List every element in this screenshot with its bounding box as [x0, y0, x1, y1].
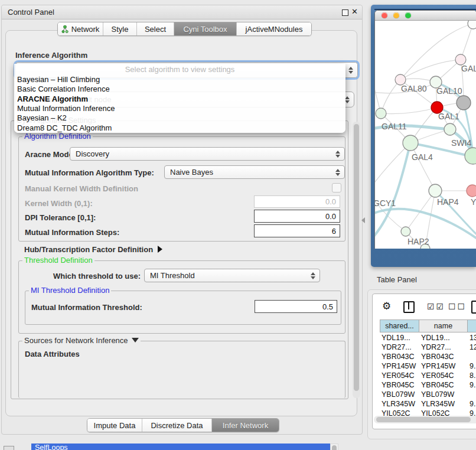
table-row[interactable]: YDL19...YDL19...13 [380, 333, 476, 343]
network-window-titlebar [375, 11, 476, 21]
network-node[interactable] [467, 185, 476, 197]
algorithm-option[interactable]: Bayesian – K2 [17, 113, 336, 123]
manual-kernel-width-checkbox[interactable] [332, 183, 341, 193]
network-frame[interactable]: GALGAL80GAL10GAL1SWI4GAL11GAL4GCY1HAP4YH… [371, 5, 476, 267]
control-panel-window: Control Panel ✕ Inference Algorithm galF… [1, 5, 363, 435]
settings-vertical-scrollbar[interactable] [353, 122, 360, 398]
table-cell: YDL19... [421, 333, 467, 343]
network-node[interactable] [429, 184, 442, 197]
table-cell: 12 [470, 343, 476, 352]
node-label: SWI4 [451, 138, 471, 148]
manual-kernel-width-label: Manual Kernel Width Definition [25, 184, 138, 193]
table-row[interactable]: YBL079WYBL079W [380, 390, 476, 399]
network-node[interactable] [465, 148, 476, 164]
hub-definition-toggle[interactable]: Hub/Transcription Factor Definition [24, 245, 162, 254]
mi-algorithm-type-combo[interactable]: Naive Bayes [164, 165, 345, 179]
mi-threshold-definition-group: MI Threshold Definition Mutual Informati… [25, 291, 341, 325]
table-cell: 8. [470, 371, 476, 380]
algorithm-option[interactable]: Basic Correlation Inference [17, 84, 336, 94]
table-row[interactable]: YLR345WYLR345W9. [380, 399, 476, 409]
table-horizontal-scrollbar[interactable] [374, 416, 476, 423]
tab-jactivemnodules[interactable]: jActiveMNodules [237, 22, 311, 35]
float-window-icon[interactable] [342, 9, 348, 16]
network-window: GALGAL80GAL10GAL1SWI4GAL11GAL4GCY1HAP4YH… [374, 10, 476, 249]
algorithm-option[interactable]: Bayesian – Hill Climbing [17, 75, 336, 84]
table-cell: YBR045C [421, 380, 467, 390]
network-edge [375, 56, 381, 113]
column-header-shared[interactable]: shared... [380, 319, 419, 332]
algorithm-option[interactable]: Mutual Information Inference [17, 104, 336, 113]
tab-infer-network[interactable]: Infer Network [212, 419, 279, 432]
mi-threshold-field[interactable]: 0.5 [255, 300, 337, 313]
network-node[interactable] [401, 227, 410, 236]
tab-impute-data[interactable]: Impute Data [87, 419, 142, 432]
deselect-all-icon[interactable]: ☐☐ [448, 302, 467, 311]
minimize-traffic-light[interactable] [393, 12, 399, 18]
node-label: GCY1 [375, 198, 396, 208]
node-label: GAL80 [401, 84, 427, 93]
expand-arrow-icon [132, 338, 139, 343]
aracne-mode-combo[interactable]: Discovery [70, 147, 345, 161]
tab-select[interactable]: Select [137, 22, 174, 35]
attribute-list-item[interactable]: SelfLoops [31, 444, 330, 450]
gear-icon[interactable]: ⚙ [382, 300, 391, 312]
network-node[interactable] [376, 108, 386, 119]
table-cell: 13 [470, 333, 476, 343]
cyni-toolbox-panel: Inference Algorithm galFiltered.sif defa… [5, 30, 357, 416]
mi-steps-label: Mutual Information Steps: [25, 228, 119, 237]
collapsed-panel-button[interactable] [4, 446, 14, 450]
control-panel-tabs: NetworkStyleSelectCyni ToolboxjActiveMNo… [57, 22, 312, 36]
network-edge [461, 24, 473, 60]
zoom-traffic-light[interactable] [405, 12, 411, 18]
table-cell: YBL079W [382, 390, 419, 399]
network-edge [410, 143, 435, 191]
table-header-row: shared...nameA [380, 319, 476, 332]
threshold-definition-title: Threshold Definition [22, 256, 94, 265]
network-node[interactable] [468, 21, 476, 29]
algorithm-option[interactable]: ARACNE Algorithm [17, 94, 336, 104]
table-panel-title: Table Panel [377, 275, 417, 284]
network-canvas[interactable]: GALGAL80GAL10GAL1SWI4GAL11GAL4GCY1HAP4YH… [375, 21, 476, 249]
table-row[interactable]: YBR045CYBR045C9. [380, 380, 476, 390]
tab-discretize-data[interactable]: Discretize Data [142, 419, 212, 432]
mi-steps-field[interactable]: 6 [254, 224, 340, 237]
network-node[interactable] [403, 135, 418, 151]
table-row[interactable]: YPR145WYPR145W9. [380, 361, 476, 371]
network-node[interactable] [444, 123, 456, 135]
split-pane-arrow[interactable] [361, 217, 365, 223]
dpi-tolerance-field[interactable]: 0.0 [254, 210, 340, 223]
table-cell: YLR345W [421, 399, 467, 409]
table-row[interactable]: YDR27...YDR27...12 [380, 343, 476, 352]
data-attributes-list[interactable]: SelfLoopsTopologicalCoefficientBetweenne… [31, 444, 330, 450]
algorithm-option[interactable]: Dream8 DC_TDC Algorithm [17, 123, 336, 133]
column-layout-icon[interactable] [403, 301, 415, 313]
table-cell: YBL079W [421, 390, 467, 399]
kernel-width-field[interactable]: 0.0 [254, 195, 340, 208]
table-cell: YPR145W [421, 361, 467, 371]
function-builder-icon[interactable] [471, 301, 476, 314]
node-label: Y [471, 197, 476, 207]
table-cell: 9. [470, 399, 476, 409]
dropdown-placeholder: Select algorithm to view settings [14, 65, 345, 74]
column-header-name[interactable]: name [419, 319, 468, 332]
select-all-icon[interactable]: ☑☑ [427, 302, 445, 311]
tab-network[interactable]: Network [58, 22, 103, 35]
cyni-mode-tabs: Impute DataDiscretize DataInfer Network [87, 418, 279, 432]
attributes-vertical-scrollbar[interactable] [330, 444, 338, 450]
mi-threshold-label: Mutual Information Threshold: [31, 303, 142, 312]
table-row[interactable]: YER054CYER054C8. [380, 371, 476, 380]
threshold-definition-group: Threshold Definition Which threshold to … [18, 260, 345, 334]
network-edge [381, 80, 400, 113]
column-header-a[interactable]: A [468, 319, 476, 332]
panel-title: Control Panel [8, 8, 54, 17]
network-node[interactable] [457, 96, 471, 110]
close-traffic-light[interactable] [382, 12, 387, 18]
sources-toggle[interactable]: Sources for Network Inference [22, 337, 141, 345]
which-threshold-combo[interactable]: MI Threshold [144, 269, 320, 282]
tab-style[interactable]: Style [103, 22, 137, 35]
table-cell: YDR27... [421, 343, 467, 352]
close-icon[interactable]: ✕ [351, 7, 358, 16]
table-row[interactable]: YBR043CYBR043C [380, 352, 476, 361]
tab-cyni-toolbox[interactable]: Cyni Toolbox [174, 22, 237, 35]
aracne-mode-label: Aracne Mode: [25, 150, 76, 159]
